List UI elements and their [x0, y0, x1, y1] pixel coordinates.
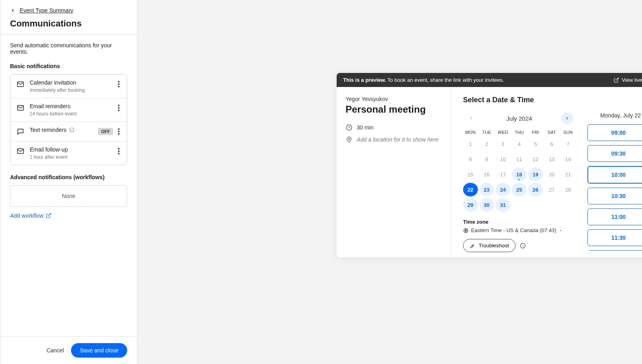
- time-slot[interactable]: 11:30: [587, 229, 642, 246]
- back-icon[interactable]: [10, 8, 16, 13]
- calendar-day: 13: [544, 152, 559, 166]
- notification-item[interactable]: Email reminders24 hours before event: [10, 98, 127, 122]
- time-slot[interactable]: 12:00: [587, 250, 642, 251]
- calendar-day: 20: [544, 168, 559, 181]
- host-name: Yegor Yevsyukov: [345, 96, 442, 102]
- time-slot[interactable]: 09:30: [587, 145, 642, 162]
- calendar-day: [544, 198, 559, 212]
- notification-item[interactable]: Email follow-up1 hour after event: [10, 142, 127, 165]
- calendar-day: 4: [512, 137, 527, 151]
- calendar-day: 8: [463, 152, 478, 166]
- page-title: Communications: [10, 18, 127, 29]
- dow-label: THU: [512, 130, 527, 135]
- calendar-day: 12: [528, 152, 543, 166]
- calendar-day: 17: [496, 168, 510, 181]
- envelope-icon: [16, 147, 25, 155]
- workflows-empty: None: [10, 185, 127, 207]
- calendar-day[interactable]: 26: [528, 183, 543, 196]
- calendar-day: 21: [561, 168, 575, 181]
- preview-banner: This is a preview. To book an event, sha…: [337, 73, 642, 87]
- wrench-icon: [470, 243, 475, 249]
- cancel-button[interactable]: Cancel: [47, 347, 64, 354]
- location-icon: [345, 136, 353, 143]
- dow-label: WED: [496, 130, 510, 135]
- notification-item[interactable]: Calendar invitationImmediately after boo…: [10, 75, 127, 98]
- time-slot[interactable]: 10:00: [587, 166, 642, 184]
- calendar-day[interactable]: 30: [479, 198, 494, 212]
- calendar-day[interactable]: 31: [496, 198, 510, 212]
- calendar-day: 9: [479, 152, 494, 166]
- chevron-down-icon: [559, 229, 563, 233]
- calendar-day: 10: [496, 152, 510, 166]
- dow-label: FRI: [528, 130, 543, 135]
- calendar-day: 14: [561, 152, 575, 166]
- view-live-link[interactable]: View live page: [614, 77, 642, 83]
- info-icon[interactable]: [520, 243, 526, 249]
- calendar-day[interactable]: 23: [479, 183, 494, 196]
- location-row: Add a location for it to show here: [345, 136, 442, 143]
- calendar-day: 27: [544, 183, 559, 196]
- calendar-day[interactable]: 24: [496, 183, 510, 196]
- preview-card: This is a preview. To book an event, sha…: [337, 73, 642, 257]
- calendar-day: 15: [463, 168, 478, 181]
- save-button[interactable]: Save and close: [71, 343, 127, 358]
- calendar-day[interactable]: 29: [463, 198, 478, 212]
- calendar-day: 6: [544, 137, 559, 151]
- more-menu-button[interactable]: [116, 146, 121, 156]
- current-month: July 2024: [506, 115, 532, 122]
- event-title: Personal meeting: [345, 104, 442, 115]
- calendar-day: [561, 198, 575, 212]
- globe-icon: [463, 228, 469, 233]
- add-workflow-link[interactable]: Add workflow: [10, 212, 127, 219]
- calendar-day: [512, 198, 527, 212]
- calendar-day[interactable]: 25: [512, 183, 527, 196]
- calendar-day: 28: [561, 183, 575, 196]
- clock-icon: [345, 124, 353, 131]
- dow-label: MON: [463, 130, 478, 135]
- chat-icon: [16, 127, 25, 135]
- time-slot[interactable]: 11:00: [587, 208, 642, 225]
- back-link[interactable]: Event Type Summary: [20, 7, 73, 14]
- dow-label: TUE: [479, 130, 494, 135]
- select-datetime-label: Select a Date & Time: [463, 96, 642, 104]
- more-menu-button[interactable]: [116, 103, 121, 113]
- more-menu-button[interactable]: [116, 127, 121, 136]
- calendar-day: 2: [479, 137, 494, 151]
- time-slot[interactable]: 10:30: [587, 188, 642, 204]
- calendar-day: 7: [561, 137, 575, 151]
- duration-row: 30 min: [345, 124, 442, 131]
- troubleshoot-button[interactable]: Troubleshoot: [463, 239, 516, 252]
- advanced-section-label: Advanced notifications (workflows): [10, 174, 127, 180]
- section-description: Send automatic communications for your e…: [10, 42, 127, 55]
- timezone-label: Time zone: [463, 219, 575, 225]
- time-slot[interactable]: 09:00: [587, 124, 642, 141]
- envelope-icon: [16, 104, 25, 112]
- svg-point-5: [348, 138, 350, 140]
- calendar-day: 11: [512, 152, 527, 166]
- calendar-day[interactable]: 19: [528, 168, 543, 181]
- dow-label: SAT: [544, 130, 559, 135]
- notification-list: Calendar invitationImmediately after boo…: [10, 74, 127, 165]
- calendar-day: [528, 198, 543, 212]
- prev-month-button[interactable]: [465, 112, 477, 124]
- dow-label: SUN: [561, 130, 575, 135]
- calendar-day[interactable]: 22: [463, 183, 478, 196]
- calendar-day: 16: [479, 168, 494, 181]
- calendar-day: 3: [496, 137, 510, 151]
- off-badge: OFF: [98, 128, 113, 135]
- more-menu-button[interactable]: [116, 79, 121, 89]
- calendar-day[interactable]: 18: [512, 168, 527, 181]
- sidebar: Event Type Summary Communications Send a…: [0, 0, 137, 364]
- calendar-day: 1: [463, 137, 478, 151]
- basic-section-label: Basic notifications: [10, 63, 127, 69]
- envelope-icon: [16, 80, 25, 88]
- notification-item[interactable]: Text remindersOFF: [10, 122, 127, 142]
- selected-day-label: Monday, July 22: [587, 112, 642, 119]
- preview-area: This is a preview. To book an event, sha…: [137, 0, 642, 364]
- calendar-day: 5: [528, 137, 543, 151]
- timezone-select[interactable]: Eastern Time - US & Canada (07:43): [463, 227, 575, 233]
- next-month-button[interactable]: [561, 112, 573, 124]
